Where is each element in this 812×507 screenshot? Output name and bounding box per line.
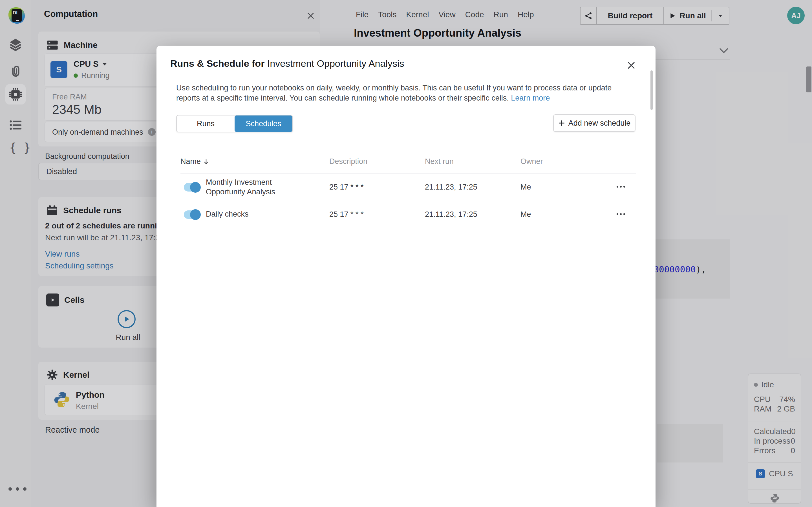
sort-descending-icon bbox=[204, 159, 209, 165]
table-divider bbox=[181, 173, 636, 173]
column-header-description[interactable]: Description bbox=[329, 157, 367, 166]
schedule-owner: Me bbox=[520, 210, 531, 219]
runs-schedules-tabs: Runs Schedules bbox=[176, 115, 293, 132]
schedule-owner: Me bbox=[520, 183, 531, 191]
table-divider bbox=[181, 227, 636, 227]
table-divider bbox=[181, 202, 636, 202]
schedule-name[interactable]: Monthly Investment Opportunity Analysis bbox=[206, 177, 313, 196]
learn-more-link[interactable]: Learn more bbox=[511, 94, 550, 102]
modal-description: Use scheduling to run your notebooks on … bbox=[176, 83, 628, 103]
modal-title: Runs & Schedule for Investment Opportuni… bbox=[170, 58, 404, 69]
runs-schedule-modal: Runs & Schedule for Investment Opportuni… bbox=[156, 46, 656, 507]
schedule-name[interactable]: Daily checks bbox=[206, 210, 249, 219]
schedule-next-run: 21.11.23, 17:25 bbox=[425, 210, 477, 219]
schedule-enabled-toggle[interactable] bbox=[184, 183, 200, 191]
tab-schedules[interactable]: Schedules bbox=[235, 115, 292, 132]
schedule-cron: 25 17 * * * bbox=[329, 210, 364, 219]
modal-title-rest: Investment Opportunity Analysis bbox=[264, 58, 404, 69]
column-header-owner[interactable]: Owner bbox=[520, 157, 543, 166]
column-header-next-run[interactable]: Next run bbox=[425, 157, 454, 166]
row-menu-icon[interactable] bbox=[617, 186, 625, 187]
schedule-enabled-toggle[interactable] bbox=[184, 210, 200, 219]
app-screen: { } DL Computation Machine S C bbox=[0, 0, 812, 507]
modal-close-icon[interactable] bbox=[625, 59, 638, 71]
row-menu-icon[interactable] bbox=[617, 213, 625, 215]
plus-icon bbox=[558, 120, 565, 126]
schedule-next-run: 21.11.23, 17:25 bbox=[425, 183, 477, 191]
column-header-name[interactable]: Name bbox=[181, 157, 209, 166]
modal-title-bold: Runs & Schedule for bbox=[170, 58, 264, 69]
add-new-schedule-button[interactable]: Add new schedule bbox=[553, 114, 636, 132]
tab-runs[interactable]: Runs bbox=[177, 115, 235, 132]
add-new-schedule-label: Add new schedule bbox=[568, 119, 631, 128]
schedule-cron: 25 17 * * * bbox=[329, 183, 364, 191]
modal-scrollbar[interactable] bbox=[651, 70, 653, 110]
